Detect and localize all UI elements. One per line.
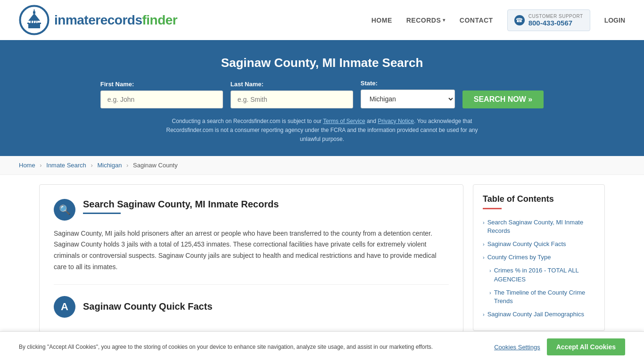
cookie-banner: By clicking "Accept All Cookies", you ag… bbox=[0, 331, 644, 342]
toc-item-0[interactable]: › Search Saginaw County, MI Inmate Recor… bbox=[483, 216, 595, 238]
accept-all-cookies-button[interactable]: Accept All Cookies bbox=[547, 338, 625, 342]
site-header: inmaterecordsfinder HOME RECORDS ▾ CONTA… bbox=[0, 0, 644, 41]
section1-body: Saginaw County, MI jails hold prisoners … bbox=[54, 228, 449, 273]
hero-title: Saginaw County, MI Inmate Search bbox=[19, 56, 625, 70]
breadcrumb-sep-2: › bbox=[91, 162, 92, 169]
section1-title-underline bbox=[83, 213, 121, 214]
nav-home[interactable]: HOME bbox=[372, 16, 392, 24]
search-button[interactable]: SEARCH NOW » bbox=[462, 90, 544, 108]
svg-rect-12 bbox=[36, 21, 38, 23]
svg-rect-11 bbox=[34, 21, 35, 23]
toc-chevron-4: › bbox=[489, 289, 491, 296]
toc-item-4[interactable]: › The Timeline of the County Crime Trend… bbox=[483, 286, 595, 308]
logo-text: inmaterecordsfinder bbox=[54, 13, 177, 28]
main-wrapper: 🔍 Search Saginaw County, MI Inmate Recor… bbox=[20, 184, 624, 332]
privacy-link[interactable]: Privacy Notice bbox=[378, 118, 414, 124]
toc-label-1: Saginaw County Quick Facts bbox=[487, 240, 566, 248]
breadcrumb-sep-1: › bbox=[40, 162, 41, 169]
toc-label-4: The Timeline of the County Crime Trends bbox=[494, 288, 595, 305]
toc-label-2: County Crimes by Type bbox=[487, 253, 551, 262]
search-form: First Name: Last Name: State: Michigan S… bbox=[19, 80, 625, 108]
toc-divider bbox=[483, 208, 502, 209]
toc-chevron-3: › bbox=[489, 267, 491, 274]
last-name-label: Last Name: bbox=[231, 81, 264, 88]
breadcrumb: Home › Inmate Search › Michigan › Sagina… bbox=[0, 156, 644, 175]
toc-item-1[interactable]: › Saginaw County Quick Facts bbox=[483, 238, 595, 251]
disclaimer-text: Conducting a search on Recordsfinder.com… bbox=[157, 117, 487, 144]
svg-rect-10 bbox=[32, 21, 33, 23]
support-box: ☎ CUSTOMER SUPPORT 800-433-0567 bbox=[507, 9, 590, 31]
sidebar: Table of Contents › Search Saginaw Count… bbox=[473, 184, 605, 332]
toc-label-5: Saginaw County Jail Demographics bbox=[487, 310, 584, 319]
toc-box: Table of Contents › Search Saginaw Count… bbox=[473, 184, 605, 331]
breadcrumb-inmate-search[interactable]: Inmate Search bbox=[46, 162, 86, 169]
section1-title-block: Search Saginaw County, MI Inmate Records bbox=[83, 199, 279, 214]
svg-rect-1 bbox=[28, 24, 40, 28]
cookie-actions: Cookies Settings Accept All Cookies bbox=[494, 338, 625, 342]
content-area: 🔍 Search Saginaw County, MI Inmate Recor… bbox=[39, 184, 463, 332]
first-name-input[interactable] bbox=[100, 90, 223, 108]
logo-area: inmaterecordsfinder bbox=[19, 5, 177, 35]
toc-chevron-5: › bbox=[483, 311, 485, 318]
breadcrumb-michigan[interactable]: Michigan bbox=[97, 162, 122, 169]
section1-title: Search Saginaw County, MI Inmate Records bbox=[83, 199, 279, 210]
support-number: 800-433-0567 bbox=[528, 19, 583, 27]
svg-rect-9 bbox=[29, 21, 31, 23]
breadcrumb-sep-3: › bbox=[126, 162, 128, 169]
last-name-input[interactable] bbox=[231, 90, 353, 108]
support-label: CUSTOMER SUPPORT bbox=[528, 14, 583, 19]
toc-chevron-1: › bbox=[483, 241, 485, 248]
toc-item-2[interactable]: › County Crimes by Type bbox=[483, 251, 595, 264]
toc-chevron-2: › bbox=[483, 254, 485, 261]
first-name-group: First Name: bbox=[100, 81, 223, 108]
breadcrumb-home[interactable]: Home bbox=[19, 162, 35, 169]
last-name-group: Last Name: bbox=[231, 81, 353, 108]
section1-search-icon: 🔍 bbox=[54, 199, 75, 221]
section2-header: A Saginaw County Quick Facts bbox=[54, 296, 449, 318]
records-chevron-down-icon: ▾ bbox=[443, 17, 446, 23]
support-text: CUSTOMER SUPPORT 800-433-0567 bbox=[528, 14, 583, 27]
breadcrumb-current: Saginaw County bbox=[133, 162, 178, 169]
first-name-label: First Name: bbox=[100, 81, 134, 88]
section2-title: Saginaw County Quick Facts bbox=[83, 301, 213, 312]
nav-records[interactable]: RECORDS ▾ bbox=[406, 16, 446, 24]
toc-label-3: Crimes % in 2016 - TOTAL ALL AGENCIES bbox=[494, 266, 595, 283]
toc-label-0: Search Saginaw County, MI Inmate Records bbox=[487, 218, 595, 235]
toc-chevron-0: › bbox=[483, 219, 485, 226]
state-select[interactable]: Michigan bbox=[361, 90, 455, 108]
svg-rect-8 bbox=[34, 9, 35, 12]
section2-icon: A bbox=[54, 296, 75, 318]
nav-contact[interactable]: CONTACT bbox=[460, 16, 493, 24]
toc-title: Table of Contents bbox=[483, 194, 595, 204]
search-hero: Saginaw County, MI Inmate Search First N… bbox=[0, 41, 644, 156]
nav-login[interactable]: LOGIN bbox=[604, 16, 625, 24]
toc-item-5[interactable]: › Saginaw County Jail Demographics bbox=[483, 308, 595, 321]
phone-icon: ☎ bbox=[514, 15, 525, 25]
section1-header: 🔍 Search Saginaw County, MI Inmate Recor… bbox=[54, 199, 449, 221]
site-logo-icon bbox=[19, 5, 50, 35]
section-divider bbox=[54, 284, 449, 285]
tos-link[interactable]: Terms of Service bbox=[323, 118, 365, 124]
state-group: State: Michigan bbox=[361, 80, 455, 108]
state-label: State: bbox=[361, 80, 378, 87]
main-nav: HOME RECORDS ▾ CONTACT ☎ CUSTOMER SUPPOR… bbox=[372, 9, 625, 31]
toc-item-3[interactable]: › Crimes % in 2016 - TOTAL ALL AGENCIES bbox=[483, 264, 595, 286]
